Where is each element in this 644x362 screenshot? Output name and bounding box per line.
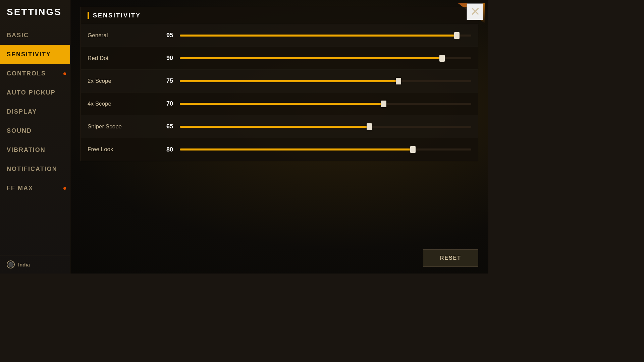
section-indicator — [88, 12, 89, 19]
slider-thumb[interactable] — [439, 55, 445, 62]
sidebar: SETTINGS BASICSENSITIVITYCONTROLSAUTO PI… — [0, 0, 70, 274]
slider-track-fill — [180, 57, 442, 59]
region-label: India — [18, 262, 30, 267]
sidebar-item-basic[interactable]: BASIC — [0, 26, 70, 45]
globe-icon: ⚫ — [7, 260, 15, 268]
slider-thumb[interactable] — [410, 146, 416, 153]
slider-value-red-dot: 90 — [155, 55, 173, 62]
main-content: SENSITIVITY General95Red Dot902x Scope75… — [70, 0, 488, 274]
reset-button[interactable]: RESET — [423, 249, 478, 267]
slider-label-general: General — [88, 32, 155, 39]
slider-label-2x-scope: 2x Scope — [88, 78, 155, 84]
slider-label-red-dot: Red Dot — [88, 55, 155, 62]
slider-value-4x-scope: 70 — [155, 100, 173, 107]
slider-track-fill — [180, 126, 369, 128]
sidebar-item-controls[interactable]: CONTROLS — [0, 64, 70, 83]
slider-thumb[interactable] — [381, 101, 386, 107]
sidebar-item-ff-max[interactable]: FF MAX — [0, 179, 70, 198]
slider-track-fill — [180, 80, 398, 82]
slider-row-4x-scope: 4x Scope70 — [81, 93, 478, 115]
slider-row-free-look: Free Look80 — [81, 138, 478, 161]
slider-label-4x-scope: 4x Scope — [88, 101, 155, 107]
slider-track-fill — [180, 35, 457, 37]
sidebar-item-notification[interactable]: NOTIFICATION — [0, 160, 70, 179]
slider-row-general: General95 — [81, 24, 478, 47]
notification-dot — [63, 187, 66, 190]
slider-track-2x-scope[interactable] — [180, 80, 471, 82]
sidebar-item-vibration[interactable]: VIBRATION — [0, 140, 70, 160]
sidebar-item-display[interactable]: DISPLAY — [0, 102, 70, 121]
slider-row-2x-scope: 2x Scope75 — [81, 70, 478, 93]
sidebar-item-sensitivity[interactable]: SENSITIVITY — [0, 45, 70, 64]
slider-label-free-look: Free Look — [88, 146, 155, 153]
slider-track-fill — [180, 148, 413, 150]
slider-value-2x-scope: 75 — [155, 77, 173, 84]
settings-panel: SENSITIVITY General95Red Dot902x Scope75… — [80, 7, 478, 161]
slider-track-4x-scope[interactable] — [180, 103, 471, 105]
slider-track-free-look[interactable] — [180, 148, 471, 151]
section-title: SENSITIVITY — [93, 12, 141, 19]
slider-value-general: 95 — [155, 32, 173, 39]
settings-title: SETTINGS — [0, 0, 70, 26]
slider-value-sniper-scope: 65 — [155, 123, 173, 130]
sidebar-nav: BASICSENSITIVITYCONTROLSAUTO PICKUPDISPL… — [0, 26, 70, 255]
sidebar-item-auto-pickup[interactable]: AUTO PICKUP — [0, 83, 70, 102]
slider-row-sniper-scope: Sniper Scope65 — [81, 115, 478, 138]
slider-thumb[interactable] — [454, 32, 460, 39]
slider-track-red-dot[interactable] — [180, 57, 471, 60]
slider-thumb[interactable] — [396, 78, 401, 84]
sidebar-bottom: ⚫ India — [0, 255, 70, 274]
slider-track-sniper-scope[interactable] — [180, 125, 471, 128]
sidebar-item-sound[interactable]: SOUND — [0, 121, 70, 140]
slider-label-sniper-scope: Sniper Scope — [88, 123, 155, 130]
section-header: SENSITIVITY — [81, 7, 478, 24]
notification-dot — [63, 72, 66, 75]
slider-thumb[interactable] — [367, 123, 372, 130]
slider-track-general[interactable] — [180, 34, 471, 37]
slider-value-free-look: 80 — [155, 146, 173, 153]
close-button[interactable]: ✕ — [467, 3, 483, 20]
slider-track-fill — [180, 103, 384, 105]
sliders-container: General95Red Dot902x Scope754x Scope70Sn… — [81, 24, 478, 161]
slider-row-red-dot: Red Dot90 — [81, 47, 478, 70]
